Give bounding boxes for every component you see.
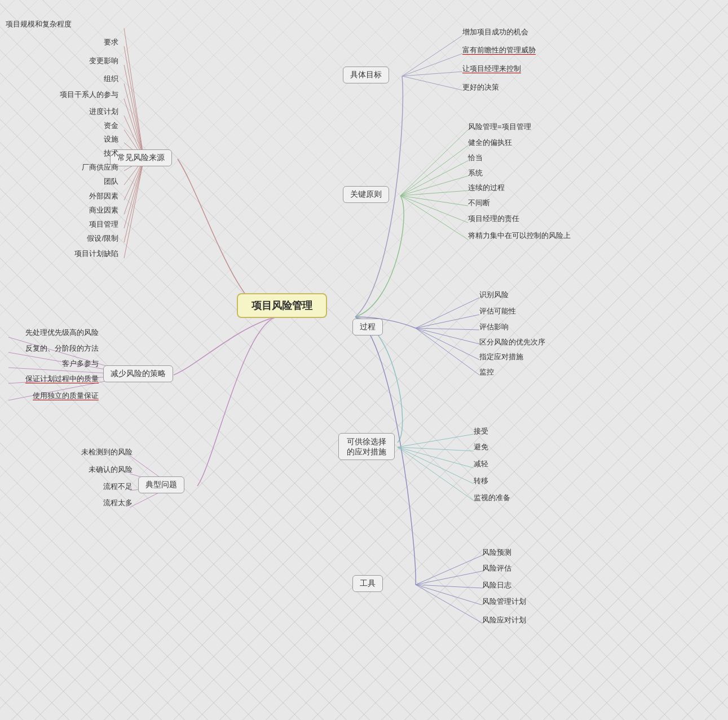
leaf-reduce-4: 保证计划过程中的质量 <box>6 373 99 384</box>
leaf-response-2: 避免 <box>474 441 488 452</box>
leaf-typical-1: 未检测到的风险 <box>6 447 133 457</box>
leaf-common-risks-12: 外部因素 <box>6 191 118 201</box>
leaf-common-risks-7: 资金 <box>6 120 118 131</box>
leaf-tools-1: 风险预测 <box>482 547 511 558</box>
leaf-reduce-1: 先处理优先级高的风险 <box>6 327 99 338</box>
leaf-common-risks-4: 组织 <box>6 73 118 84</box>
leaf-principles-7: 项目经理的责任 <box>468 213 519 224</box>
branch-specific-goals: 具体目标 <box>343 67 389 83</box>
leaf-principles-2: 健全的偏执狂 <box>468 137 512 148</box>
svg-line-35 <box>400 196 468 223</box>
leaf-response-5: 监视的准备 <box>474 492 510 503</box>
svg-line-39 <box>416 328 479 330</box>
leaf-typical-2: 未确认的风险 <box>6 464 133 475</box>
svg-line-36 <box>400 196 468 240</box>
leaf-common-risks-11: 团队 <box>6 176 118 187</box>
leaf-principles-3: 恰当 <box>468 152 483 163</box>
svg-line-40 <box>416 328 479 344</box>
svg-line-50 <box>416 585 482 588</box>
leaf-principles-6: 不间断 <box>468 197 490 208</box>
leaf-goals-3: 让项目经理来控制 <box>462 63 521 74</box>
svg-line-49 <box>416 571 482 585</box>
leaf-common-risks-13: 商业因素 <box>6 205 118 215</box>
leaf-response-4: 转移 <box>474 475 488 486</box>
leaf-common-risks-8: 设施 <box>6 134 118 144</box>
svg-line-25 <box>402 36 462 76</box>
leaf-process-1: 识别风险 <box>479 289 509 300</box>
leaf-common-risks-16: 项目计划缺陷 <box>6 248 118 259</box>
svg-line-15 <box>124 159 144 258</box>
leaf-common-risks-15: 假设/限制 <box>6 233 118 244</box>
svg-line-52 <box>416 585 482 623</box>
leaf-goals-4: 更好的决策 <box>462 82 499 92</box>
leaf-goals-2: 富有前瞻性的管理威胁 <box>462 45 536 55</box>
svg-line-41 <box>416 328 479 360</box>
svg-line-29 <box>400 130 468 196</box>
leaf-reduce-3: 客户多参与 <box>6 358 99 369</box>
center-node: 项目风险管理 <box>237 293 327 318</box>
leaf-response-1: 接受 <box>474 426 488 436</box>
leaf-common-risks-3: 变更影响 <box>6 55 118 66</box>
leaf-tools-3: 风险日志 <box>482 580 511 590</box>
leaf-process-6: 监控 <box>479 366 494 377</box>
branch-process: 过程 <box>352 319 383 335</box>
leaf-principles-4: 系统 <box>468 167 483 178</box>
leaf-response-3: 减轻 <box>474 458 488 469</box>
leaf-typical-4: 流程太多 <box>6 497 133 508</box>
leaf-principles-8: 将精力集中在可以控制的风险上 <box>468 230 571 241</box>
svg-line-14 <box>124 159 144 242</box>
branch-common-risks: 常见风险来源 <box>110 149 172 166</box>
svg-line-34 <box>400 196 468 206</box>
leaf-common-risks-6: 进度计划 <box>6 106 118 117</box>
svg-line-38 <box>416 315 479 328</box>
svg-line-27 <box>402 72 462 76</box>
svg-line-26 <box>402 54 462 76</box>
leaf-tools-2: 风险评估 <box>482 563 511 573</box>
branch-key-principles: 关键原则 <box>343 186 389 203</box>
leaf-tools-4: 风险管理计划 <box>482 596 526 607</box>
svg-line-2 <box>124 65 144 159</box>
branch-response-measures: 可供徐选择的应对措施 <box>338 433 395 460</box>
svg-line-28 <box>402 76 462 90</box>
svg-line-43 <box>398 434 474 447</box>
leaf-process-3: 评估影响 <box>479 321 509 332</box>
leaf-common-risks-10: 厂商供应商 <box>6 162 118 173</box>
svg-line-47 <box>398 447 474 501</box>
leaf-common-risks-1: 项目规模和复杂程度 <box>6 19 72 29</box>
svg-line-42 <box>416 328 479 375</box>
svg-line-51 <box>416 585 482 605</box>
leaf-principles-5: 连续的过程 <box>468 182 505 193</box>
svg-line-0 <box>124 28 144 159</box>
svg-line-48 <box>416 555 482 585</box>
leaf-tools-5: 风险应对计划 <box>482 615 526 625</box>
branch-typical-issues: 典型问题 <box>138 476 184 493</box>
svg-line-1 <box>124 46 144 159</box>
leaf-process-5: 指定应对措施 <box>479 351 523 362</box>
svg-line-13 <box>124 159 144 228</box>
leaf-common-risks-5: 项目干系人的参与 <box>6 89 118 100</box>
svg-line-45 <box>398 447 474 468</box>
svg-line-37 <box>416 298 479 328</box>
leaf-reduce-2: 反复的、分阶段的方法 <box>6 343 99 354</box>
svg-line-33 <box>400 191 468 196</box>
svg-line-30 <box>400 145 468 196</box>
leaf-common-risks-9: 技术 <box>6 148 118 158</box>
svg-line-32 <box>400 176 468 196</box>
leaf-common-risks-2: 要求 <box>6 37 118 47</box>
svg-line-44 <box>398 447 474 451</box>
svg-line-31 <box>400 161 468 196</box>
leaf-process-4: 区分风险的优先次序 <box>479 337 545 347</box>
svg-line-3 <box>124 83 144 159</box>
leaf-principles-1: 风险管理=项目管理 <box>468 121 531 132</box>
leaf-goals-1: 增加项目成功的机会 <box>462 26 528 37</box>
branch-tools: 工具 <box>352 575 383 592</box>
leaf-common-risks-14: 项目管理 <box>6 219 118 229</box>
branch-reduce-risks: 减少风险的策略 <box>103 365 173 382</box>
svg-line-46 <box>398 447 474 484</box>
leaf-process-2: 评估可能性 <box>479 306 516 316</box>
leaf-typical-3: 流程不足 <box>6 481 133 492</box>
leaf-reduce-5: 使用独立的质量保证 <box>6 390 99 401</box>
svg-line-12 <box>124 159 144 214</box>
